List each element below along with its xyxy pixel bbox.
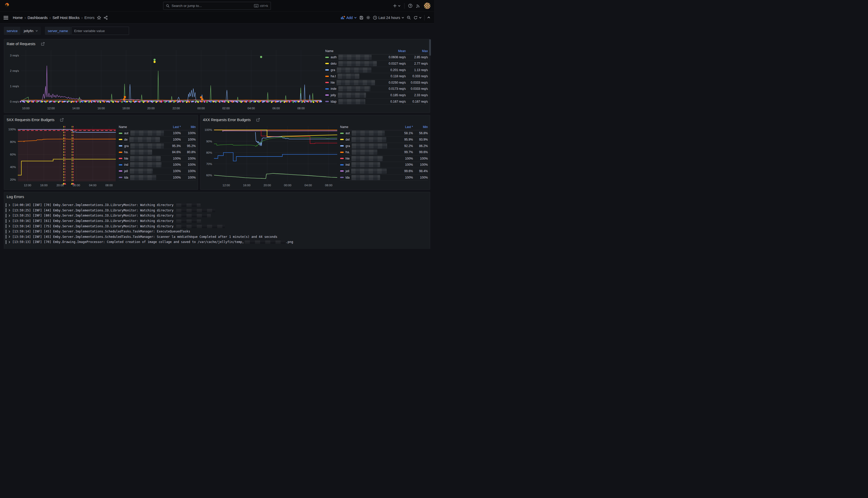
legend-row[interactable]: lda100%100% [119,174,196,181]
legend-header[interactable]: Mean [380,49,406,53]
expand-chevron-icon[interactable] [8,225,11,227]
log-line[interactable]: [13:59:14] [INF] [45] Emby.Server.Implem… [6,229,429,234]
legend-row[interactable]: gra0.201 req/s1.13 req/s [325,67,428,74]
legend-row[interactable]: gra92.2%86.2% [340,143,428,149]
legend-row[interactable]: lda100%100% [340,174,428,181]
share-button[interactable] [104,16,108,20]
time-range-label: Last 24 hours [378,16,400,20]
legend-value: 100% [164,138,181,141]
legend-row[interactable]: ldap0.167 req/s0.167 req/s [325,99,428,105]
log-line[interactable]: [13:59:16] [INF] [61] Emby.Server.Implem… [6,218,429,224]
series-color-pill [119,133,122,134]
legend-row[interactable]: hle0.0250 req/s0.0333 req/s [325,80,428,86]
legend-row[interactable]: jell100%100% [119,168,196,174]
zoom-out-button[interactable] [407,16,411,20]
divider [404,3,404,9]
legend-header[interactable]: Min [413,125,428,129]
expand-chevron-icon[interactable] [8,209,11,212]
expand-chevron-icon[interactable] [8,241,11,244]
expand-chevron-icon[interactable] [8,214,11,217]
mega-menu-toggle[interactable] [4,16,8,19]
legend-row[interactable]: jell99.6%98.4% [340,168,428,174]
log-line[interactable]: [13:59:14] [INF] [75] Emby.Server.Implem… [6,223,429,229]
legend-row[interactable]: inde0.0173 req/s0.0333 req/s [325,86,428,92]
save-dashboard-button[interactable] [359,16,363,20]
time-range-picker[interactable]: Last 24 hours [373,16,404,20]
panel-title[interactable]: Log Errors [7,195,24,199]
legend-row[interactable]: jelly0.185 req/s2.33 req/s [325,92,428,99]
legend-header[interactable]: Max [406,49,428,53]
legend-row[interactable]: gra95.3%95.2% [119,143,196,149]
favorite-button[interactable] [97,16,101,20]
external-link-icon[interactable] [256,118,260,122]
svg-text:16:00: 16:00 [243,184,251,187]
legend-header[interactable]: Name [325,49,380,53]
legend-row[interactable]: ind100%100% [340,162,428,168]
legend-value: 99.6% [413,150,428,154]
user-avatar[interactable] [424,3,430,9]
log-line[interactable]: [13:59:25] [INF] [80] Emby.Server.Implem… [6,213,429,218]
legend-value: 56.8% [413,131,428,135]
panel-title[interactable]: 5XX Requests Error Budgets [7,118,54,122]
chevron-down-icon [419,16,422,19]
legend-header[interactable]: Name [340,125,396,129]
legend-row[interactable]: ha.t0.118 req/s0.333 req/s [325,73,428,80]
add-panel-button[interactable]: Add [340,16,357,20]
expand-chevron-icon[interactable] [8,235,11,238]
help-button[interactable] [408,4,412,8]
breadcrumb-folder[interactable]: Self Host Blocks [53,16,80,20]
log-line[interactable]: [13:59:14] [INF] [45] Emby.Server.Implem… [6,234,429,240]
panel-title[interactable]: 4XX Requests Error Budgets [203,118,251,122]
legend-row[interactable]: hle100%100% [340,156,428,162]
new-menu-button[interactable] [393,4,401,8]
search-input[interactable]: Search or jump to... ctrl+k [163,2,271,10]
legend-row[interactable]: del95.9%93.9% [340,136,428,143]
legend-value: 98.4% [413,169,428,173]
legend-row[interactable]: de100%100% [119,136,196,143]
legend-header[interactable]: Last * [164,125,181,129]
legend-row[interactable]: hle100%100% [119,156,196,162]
legend-header[interactable]: Name [119,125,164,129]
legend-row[interactable]: auth0.0608 req/s2.85 req/s [325,54,428,61]
breadcrumb-dashboards[interactable]: Dashboards [28,16,48,20]
panel-title[interactable]: Rate of Requests [7,42,36,46]
grafana-logo[interactable] [4,2,11,9]
series-color-pill [325,101,329,102]
legend-value: 100% [413,157,428,160]
log-line[interactable]: [14:00:10] [INF] [70] Emby.Server.Implem… [6,202,429,208]
breadcrumb-home[interactable]: Home [13,16,23,20]
series-color-pill [325,57,329,58]
log-line[interactable]: [13:59:25] [INF] [44] Emby.Server.Implem… [6,208,429,213]
expand-chevron-icon[interactable] [8,230,11,233]
legend-row[interactable]: delu0.0327 req/s2.77 req/s [325,61,428,67]
legend-row[interactable]: aut58.1%56.8% [340,130,428,137]
expand-chevron-icon[interactable] [8,220,11,222]
series-color-pill [119,158,122,159]
err5xx-chart[interactable]: 12:0016:0020:0000:0004:0008:0020%40%60%8… [6,123,117,188]
external-link-icon[interactable] [60,118,64,122]
collapse-toolbar-button[interactable] [427,16,430,19]
external-link-icon[interactable] [41,42,45,46]
variable-select-service[interactable]: jellyfin [21,27,41,35]
legend-scrollbar[interactable] [429,39,431,113]
legend-row[interactable]: ha.84.6%80.8% [119,149,196,156]
expand-chevron-icon[interactable] [8,204,11,207]
dashboard-settings-button[interactable] [366,15,370,20]
variable-input-server-name[interactable]: Enter variable value [71,27,129,35]
help-icon [408,4,412,8]
breadcrumb: Home › Dashboards › Self Host Blocks › E… [13,16,94,20]
err4xx-chart[interactable]: 12:0016:0020:0000:0004:0008:0060%70%80%9… [202,123,338,188]
legend-header[interactable]: Min [181,125,196,129]
censored-series-name [352,149,377,155]
legend-header[interactable]: Last * [396,125,413,129]
refresh-button[interactable] [413,16,422,20]
news-button[interactable] [416,4,420,8]
series-name-prefix: de [124,138,128,141]
legend-row[interactable]: ha.99.7%99.6% [340,149,428,156]
rate-chart[interactable]: 10:0012:0014:0016:0018:0020:0022:0000:00… [6,48,323,111]
log-line[interactable]: [13:59:13] [INF] [70] Emby.Drawing.Image… [6,239,429,245]
legend-value: 58.1% [396,131,413,135]
series-name-prefix: ha. [124,150,129,154]
legend-row[interactable]: aut100%100% [119,130,196,137]
legend-row[interactable]: ind100%100% [119,162,196,168]
